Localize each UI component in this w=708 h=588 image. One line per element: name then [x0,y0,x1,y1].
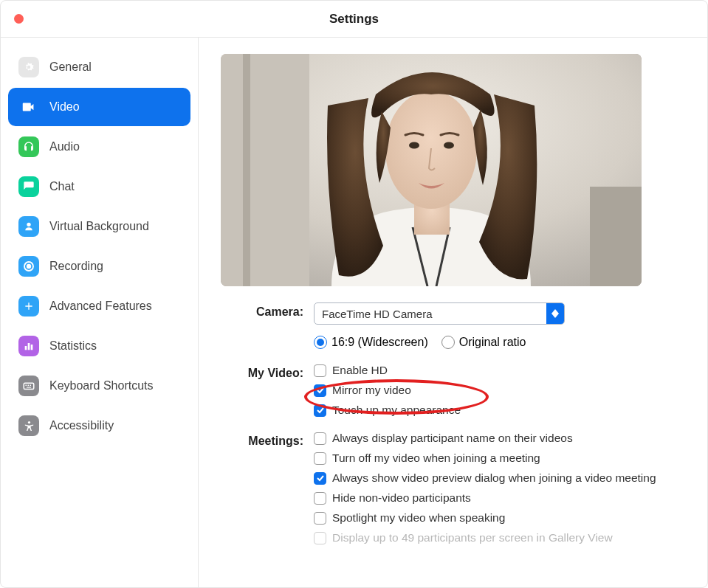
settings-window: Settings General Video Audio [0,0,708,588]
checkbox-icon [314,432,326,445]
plus-icon [18,296,39,317]
ratio-widescreen-radio[interactable]: 16:9 (Widescreen) [314,336,428,349]
meetings-label: Meetings: [221,432,309,544]
sidebar-item-virtual-background[interactable]: Virtual Background [8,207,190,246]
checkbox-label: Display up to 49 participants per screen… [332,531,613,544]
enable-hd-checkbox[interactable]: Enable HD [314,364,685,377]
content-panel: Camera: FaceTime HD Camera [199,38,707,587]
checkbox-icon [314,452,326,465]
camera-select[interactable]: FaceTime HD Camera [314,302,565,325]
video-preview [221,54,642,286]
radio-icon [441,336,455,349]
checkbox-icon [314,404,326,417]
touch-up-checkbox[interactable]: Touch up my appearance [314,404,685,417]
sidebar-item-video[interactable]: Video [8,88,190,126]
svg-rect-6 [24,383,34,389]
svg-point-2 [27,265,31,269]
sidebar-label: Audio [49,140,80,153]
camera-label: Camera: [221,302,309,349]
sidebar-label: Virtual Background [49,220,149,233]
checkbox-label: Always display participant name on their… [332,432,573,445]
svg-rect-8 [28,385,30,387]
checkbox-label: Turn off my video when joining a meeting [332,452,540,465]
checkbox-label: Hide non-video participants [332,491,471,505]
sidebar-label: Advanced Features [49,300,152,313]
sidebar-label: Keyboard Shortcuts [49,379,154,392]
checkbox-label: Spotlight my video when speaking [332,511,505,525]
sidebar-label: Chat [49,180,75,193]
svg-rect-13 [221,54,309,286]
sidebar: General Video Audio Chat [1,38,199,587]
window-title: Settings [329,12,379,27]
hide-nonvideo-checkbox[interactable]: Hide non-video participants [314,491,685,505]
radio-icon [314,336,327,349]
gallery-49-checkbox: Display up to 49 participants per screen… [314,531,685,544]
svg-rect-15 [590,187,642,286]
sidebar-label: General [49,60,92,74]
sidebar-item-statistics[interactable]: Statistics [8,327,190,365]
settings-grid: Camera: FaceTime HD Camera [221,302,685,544]
checkbox-icon [314,384,326,397]
checkbox-icon [314,364,326,377]
svg-point-11 [27,421,30,423]
close-window-button[interactable] [14,14,24,24]
svg-point-18 [409,142,419,149]
headphones-icon [18,136,39,157]
checkbox-icon [314,472,326,485]
sidebar-label: Recording [49,260,103,273]
myvideo-label: My Video: [221,364,309,417]
display-name-checkbox[interactable]: Always display participant name on their… [314,432,685,445]
window-controls [14,14,24,24]
main-area: General Video Audio Chat [1,38,707,587]
sidebar-item-accessibility[interactable]: Accessibility [8,407,190,445]
video-icon [18,97,39,117]
accessibility-icon [18,415,39,436]
svg-rect-9 [30,385,32,387]
gear-icon [18,57,39,77]
radio-label: 16:9 (Widescreen) [331,336,428,349]
preview-dialog-checkbox[interactable]: Always show video preview dialog when jo… [314,471,685,485]
camera-select-value: FaceTime HD Camera [315,308,546,320]
svg-rect-4 [28,343,30,350]
chevron-updown-icon [546,303,564,324]
sidebar-item-advanced[interactable]: Advanced Features [8,287,190,325]
svg-point-19 [444,142,454,149]
sidebar-item-recording[interactable]: Recording [8,247,190,286]
sidebar-label: Video [49,100,80,114]
checkbox-label: Mirror my video [332,384,411,397]
checkbox-label: Enable HD [332,364,388,377]
checkbox-icon [314,492,326,505]
sidebar-item-general[interactable]: General [8,48,190,86]
svg-rect-10 [27,387,31,388]
checkbox-icon [314,512,326,525]
titlebar: Settings [1,1,707,38]
checkbox-label: Always show video preview dialog when jo… [332,471,656,485]
ratio-original-radio[interactable]: Original ratio [441,336,526,349]
svg-rect-14 [243,54,250,286]
chat-icon [18,176,39,197]
turnoff-video-checkbox[interactable]: Turn off my video when joining a meeting [314,452,685,465]
sidebar-item-audio[interactable]: Audio [8,128,190,166]
keyboard-icon [18,376,39,396]
person-icon [18,216,39,237]
sidebar-item-chat[interactable]: Chat [8,167,190,206]
record-icon [18,256,39,277]
stats-icon [18,336,39,356]
svg-rect-7 [26,385,27,387]
spotlight-checkbox[interactable]: Spotlight my video when speaking [314,511,685,525]
checkbox-label: Touch up my appearance [332,404,461,417]
sidebar-item-keyboard[interactable]: Keyboard Shortcuts [8,367,190,405]
sidebar-label: Accessibility [49,419,114,432]
radio-label: Original ratio [459,336,526,349]
svg-rect-5 [31,345,33,350]
svg-point-0 [27,223,30,226]
svg-rect-3 [25,346,27,350]
checkbox-icon [314,532,326,544]
mirror-video-checkbox[interactable]: Mirror my video [314,384,685,397]
sidebar-label: Statistics [49,339,97,353]
